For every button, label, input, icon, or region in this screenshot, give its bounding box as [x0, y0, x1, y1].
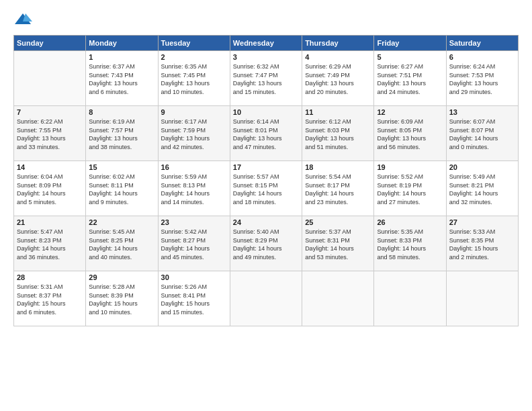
- day-cell: 4Sunrise: 6:29 AM Sunset: 7:49 PM Daylig…: [302, 51, 374, 106]
- week-row-1: 1Sunrise: 6:37 AM Sunset: 7:43 PM Daylig…: [14, 51, 519, 106]
- day-cell: [374, 271, 446, 326]
- day-cell: 2Sunrise: 6:35 AM Sunset: 7:45 PM Daylig…: [158, 51, 230, 106]
- day-number: 28: [17, 273, 83, 281]
- day-info: Sunrise: 5:28 AM Sunset: 8:39 PM Dayligh…: [89, 283, 154, 316]
- day-cell: 3Sunrise: 6:32 AM Sunset: 7:47 PM Daylig…: [230, 51, 302, 106]
- calendar-page: SundayMondayTuesdayWednesdayThursdayFrid…: [0, 0, 532, 411]
- day-cell: 19Sunrise: 5:52 AM Sunset: 8:19 PM Dayli…: [374, 161, 446, 216]
- weekday-header-monday: Monday: [86, 36, 158, 51]
- day-cell: 1Sunrise: 6:37 AM Sunset: 7:43 PM Daylig…: [86, 51, 158, 106]
- day-cell: 7Sunrise: 6:22 AM Sunset: 7:55 PM Daylig…: [14, 106, 86, 161]
- day-info: Sunrise: 6:32 AM Sunset: 7:47 PM Dayligh…: [233, 62, 299, 96]
- day-info: Sunrise: 5:49 AM Sunset: 8:21 PM Dayligh…: [449, 173, 515, 206]
- day-info: Sunrise: 6:29 AM Sunset: 7:49 PM Dayligh…: [305, 62, 371, 96]
- day-cell: 11Sunrise: 6:12 AM Sunset: 8:03 PM Dayli…: [302, 106, 374, 161]
- day-number: 15: [89, 163, 154, 171]
- day-number: 6: [449, 53, 515, 61]
- day-info: Sunrise: 6:07 AM Sunset: 8:07 PM Dayligh…: [449, 118, 515, 151]
- day-number: 13: [449, 108, 515, 116]
- day-cell: 28Sunrise: 5:31 AM Sunset: 8:37 PM Dayli…: [14, 271, 86, 326]
- svg-marker-1: [23, 13, 32, 21]
- day-info: Sunrise: 6:17 AM Sunset: 7:59 PM Dayligh…: [161, 118, 227, 151]
- day-number: 8: [89, 108, 154, 116]
- day-number: 7: [17, 108, 83, 116]
- day-number: 10: [233, 108, 299, 116]
- day-info: Sunrise: 6:22 AM Sunset: 7:55 PM Dayligh…: [17, 118, 83, 151]
- day-cell: 18Sunrise: 5:54 AM Sunset: 8:17 PM Dayli…: [302, 161, 374, 216]
- day-info: Sunrise: 6:14 AM Sunset: 8:01 PM Dayligh…: [233, 118, 299, 151]
- day-number: 26: [377, 218, 443, 226]
- day-cell: 29Sunrise: 5:28 AM Sunset: 8:39 PM Dayli…: [86, 271, 158, 326]
- day-cell: 22Sunrise: 5:45 AM Sunset: 8:25 PM Dayli…: [86, 216, 158, 271]
- day-number: 16: [161, 163, 227, 171]
- day-info: Sunrise: 5:59 AM Sunset: 8:13 PM Dayligh…: [161, 173, 227, 206]
- day-number: 25: [305, 218, 371, 226]
- header: [13, 11, 519, 30]
- day-number: 24: [233, 218, 299, 226]
- day-cell: 23Sunrise: 5:42 AM Sunset: 8:27 PM Dayli…: [158, 216, 230, 271]
- day-number: 1: [89, 53, 154, 61]
- day-info: Sunrise: 5:33 AM Sunset: 8:35 PM Dayligh…: [449, 228, 515, 261]
- day-info: Sunrise: 6:27 AM Sunset: 7:51 PM Dayligh…: [377, 62, 443, 96]
- day-cell: 17Sunrise: 5:57 AM Sunset: 8:15 PM Dayli…: [230, 161, 302, 216]
- day-info: Sunrise: 5:35 AM Sunset: 8:33 PM Dayligh…: [377, 228, 443, 261]
- weekday-header-tuesday: Tuesday: [158, 36, 230, 51]
- day-number: 11: [305, 108, 371, 116]
- day-cell: 6Sunrise: 6:24 AM Sunset: 7:53 PM Daylig…: [446, 51, 518, 106]
- calendar-table: SundayMondayTuesdayWednesdayThursdayFrid…: [13, 35, 519, 326]
- day-info: Sunrise: 6:37 AM Sunset: 7:43 PM Dayligh…: [89, 62, 154, 96]
- day-number: 29: [89, 273, 154, 281]
- day-number: 20: [449, 163, 515, 171]
- day-cell: 20Sunrise: 5:49 AM Sunset: 8:21 PM Dayli…: [446, 161, 518, 216]
- day-cell: 14Sunrise: 6:04 AM Sunset: 8:09 PM Dayli…: [14, 161, 86, 216]
- day-number: 22: [89, 218, 154, 226]
- day-cell: [302, 271, 374, 326]
- day-cell: 24Sunrise: 5:40 AM Sunset: 8:29 PM Dayli…: [230, 216, 302, 271]
- day-info: Sunrise: 5:40 AM Sunset: 8:29 PM Dayligh…: [233, 228, 299, 261]
- day-number: 18: [305, 163, 371, 171]
- day-cell: 21Sunrise: 5:47 AM Sunset: 8:23 PM Dayli…: [14, 216, 86, 271]
- day-number: 4: [305, 53, 371, 61]
- day-info: Sunrise: 5:37 AM Sunset: 8:31 PM Dayligh…: [305, 228, 371, 261]
- day-info: Sunrise: 5:45 AM Sunset: 8:25 PM Dayligh…: [89, 228, 154, 261]
- day-cell: 26Sunrise: 5:35 AM Sunset: 8:33 PM Dayli…: [374, 216, 446, 271]
- week-row-5: 28Sunrise: 5:31 AM Sunset: 8:37 PM Dayli…: [14, 271, 519, 326]
- day-number: 3: [233, 53, 299, 61]
- day-info: Sunrise: 5:47 AM Sunset: 8:23 PM Dayligh…: [17, 228, 83, 261]
- weekday-header-friday: Friday: [374, 36, 446, 51]
- day-cell: 13Sunrise: 6:07 AM Sunset: 8:07 PM Dayli…: [446, 106, 518, 161]
- day-info: Sunrise: 6:04 AM Sunset: 8:09 PM Dayligh…: [17, 173, 83, 206]
- day-cell: 30Sunrise: 5:26 AM Sunset: 8:41 PM Dayli…: [158, 271, 230, 326]
- day-info: Sunrise: 5:54 AM Sunset: 8:17 PM Dayligh…: [305, 173, 371, 206]
- day-cell: 27Sunrise: 5:33 AM Sunset: 8:35 PM Dayli…: [446, 216, 518, 271]
- day-cell: 10Sunrise: 6:14 AM Sunset: 8:01 PM Dayli…: [230, 106, 302, 161]
- day-cell: 16Sunrise: 5:59 AM Sunset: 8:13 PM Dayli…: [158, 161, 230, 216]
- day-info: Sunrise: 6:35 AM Sunset: 7:45 PM Dayligh…: [161, 62, 227, 96]
- day-number: 5: [377, 53, 443, 61]
- day-number: 27: [449, 218, 515, 226]
- day-info: Sunrise: 5:52 AM Sunset: 8:19 PM Dayligh…: [377, 173, 443, 206]
- day-number: 23: [161, 218, 227, 226]
- weekday-header-sunday: Sunday: [14, 36, 86, 51]
- day-info: Sunrise: 6:24 AM Sunset: 7:53 PM Dayligh…: [449, 62, 515, 96]
- weekday-header-row: SundayMondayTuesdayWednesdayThursdayFrid…: [14, 36, 519, 51]
- day-number: 9: [161, 108, 227, 116]
- day-info: Sunrise: 6:12 AM Sunset: 8:03 PM Dayligh…: [305, 118, 371, 151]
- day-info: Sunrise: 6:09 AM Sunset: 8:05 PM Dayligh…: [377, 118, 443, 151]
- logo: [13, 11, 35, 30]
- day-number: 14: [17, 163, 83, 171]
- day-number: 21: [17, 218, 83, 226]
- day-number: 12: [377, 108, 443, 116]
- day-info: Sunrise: 6:02 AM Sunset: 8:11 PM Dayligh…: [89, 173, 154, 206]
- day-cell: 12Sunrise: 6:09 AM Sunset: 8:05 PM Dayli…: [374, 106, 446, 161]
- day-number: 2: [161, 53, 227, 61]
- weekday-header-thursday: Thursday: [302, 36, 374, 51]
- day-cell: [230, 271, 302, 326]
- day-cell: [446, 271, 518, 326]
- day-cell: [14, 51, 86, 106]
- day-info: Sunrise: 5:57 AM Sunset: 8:15 PM Dayligh…: [233, 173, 299, 206]
- logo-icon: [13, 11, 32, 30]
- day-number: 30: [161, 273, 227, 281]
- weekday-header-wednesday: Wednesday: [230, 36, 302, 51]
- week-row-4: 21Sunrise: 5:47 AM Sunset: 8:23 PM Dayli…: [14, 216, 519, 271]
